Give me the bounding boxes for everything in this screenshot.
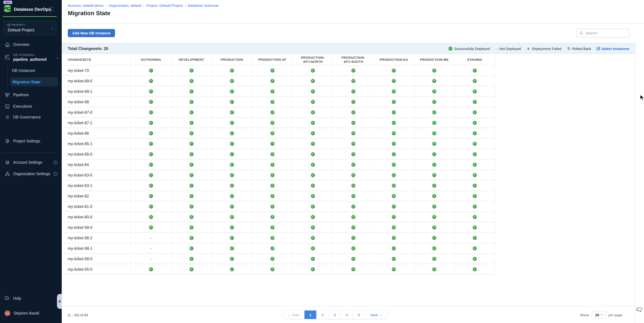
sidebar-item-db-governance[interactable]: DB Governance — [0, 112, 62, 122]
status-cell: ✓ — [252, 107, 292, 117]
pagination-page-2[interactable]: 2 — [316, 310, 329, 319]
pagination-page-5[interactable]: 5 — [353, 310, 365, 319]
legend-label: Successfully Deployed — [454, 46, 490, 51]
status-cell: ✓ — [414, 107, 454, 117]
status-cell: ✓ — [292, 97, 333, 107]
status-cell: ✓ — [212, 254, 252, 264]
status-cell: ✓ — [171, 139, 212, 149]
status-deployed-check-icon: ✓ — [189, 194, 193, 198]
column-header: PRODUCTION-ME — [414, 54, 454, 65]
sidebar-item-db-schemas[interactable]: DB SCHEMAS pipeline_authored › — [0, 51, 62, 64]
status-deployed-check-icon: ✓ — [473, 121, 477, 125]
status-cell: ✓ — [292, 118, 333, 128]
table-row: my-ticket-70✓✓✓✓✓✓✓✓✓ — [62, 66, 495, 76]
status-cell: ✓ — [333, 76, 374, 86]
breadcrumb-separator-icon: › — [105, 4, 106, 7]
sidebar-item-organization-settings[interactable]: Organization Settings i — [0, 169, 62, 179]
status-cell: ✓ — [171, 107, 212, 117]
select-instances-label: Select Instances — [601, 46, 629, 51]
status-cell: ✓ — [171, 118, 212, 128]
status-deployed-check-icon: ✓ — [311, 121, 315, 125]
status-deployed-check-icon: ✓ — [270, 267, 274, 271]
status-cell: ✓ — [292, 243, 333, 253]
add-new-db-instance-button[interactable]: Add New DB Instance — [68, 29, 115, 37]
pagination-page-4[interactable]: 4 — [341, 310, 353, 319]
legend-item: –Not Deployed — [496, 46, 521, 51]
pagination-next-button[interactable]: Next→ — [365, 310, 388, 319]
status-deployed-check-icon: ✓ — [473, 267, 477, 271]
status-cell: ✓ — [454, 66, 495, 75]
status-cell: ✓ — [252, 170, 292, 180]
sidebar-item-project-settings[interactable]: Project Settings — [0, 136, 62, 146]
status-cell: ✓ — [454, 181, 495, 190]
status-deployed-check-icon: ✓ — [311, 183, 315, 187]
sidebar-item-label: Organization Settings — [13, 172, 50, 176]
status-deployed-check-icon: ✓ — [392, 194, 396, 198]
status-deployed-check-icon: ✓ — [189, 246, 193, 250]
status-deployed-check-icon: ✓ — [230, 131, 234, 135]
breadcrumb-link[interactable]: Project: Default Project — [146, 3, 182, 8]
status-cell: ✓ — [414, 243, 454, 253]
user-menu[interactable]: SA Stephen Atwell — [0, 308, 62, 318]
page-size-select[interactable]: 20 ▾ — [592, 311, 606, 318]
status-deployed-check-icon: ✓ — [351, 68, 356, 72]
status-cell: ✓ — [374, 222, 414, 232]
breadcrumb-link[interactable]: Account: satwell-demo — [68, 3, 103, 8]
status-cell: ✓ — [292, 170, 333, 180]
status-cell: ✓ — [454, 118, 495, 128]
status-deployed-check-icon: ✓ — [149, 79, 153, 83]
project-label: PROJECT — [12, 24, 25, 26]
status-deployed-check-icon: ✓ — [351, 152, 356, 156]
sidebar-item-migration-state-active[interactable]: Migration State — [10, 77, 58, 86]
status-deployed-check-icon: ✓ — [392, 152, 396, 156]
breadcrumb-link[interactable]: Database Schemas — [188, 3, 219, 8]
status-cell: ✓ — [333, 243, 374, 253]
status-deployed-check-icon: ✓ — [432, 257, 436, 261]
project-selector[interactable]: PROJECT Default Project › — [3, 21, 56, 35]
sidebar-collapse-handle[interactable] — [57, 294, 62, 309]
sidebar-item-db-instances[interactable]: DB Instances — [12, 69, 35, 73]
status-deployed-check-icon: ✓ — [432, 215, 436, 219]
search-input[interactable] — [585, 31, 624, 36]
sidebar-item-overview[interactable]: Overview — [0, 40, 62, 50]
status-deployed-check-icon: ✓ — [149, 215, 153, 219]
sidebar-item-label: Pipelines — [13, 93, 29, 97]
pagination-page-1[interactable]: 1 — [304, 310, 316, 319]
sidebar-item-help[interactable]: ? Help — [0, 293, 62, 303]
status-cell: ✓ — [374, 170, 414, 180]
status-cell: ✓ — [374, 97, 414, 107]
column-header-label: PRODUCTION-APJ-SOUTH — [338, 56, 369, 64]
status-deployed-check-icon: ✓ — [230, 121, 234, 125]
status-deployed-check-icon: ✓ — [149, 267, 153, 271]
sidebar-item-account-settings[interactable]: Account Settings i — [0, 157, 62, 167]
pagination-range: (1 - 20) of 84 — [68, 313, 88, 317]
organization-settings-icon — [5, 171, 10, 176]
status-deployed-check-icon: ✓ — [432, 194, 436, 198]
sidebar-item-executions[interactable]: Executions — [0, 101, 62, 111]
changeset-name-cell: my-ticket-61-0 — [62, 201, 130, 211]
status-deployed-check-icon: ✓ — [189, 215, 193, 219]
app-switcher-grid-icon[interactable] — [49, 7, 54, 12]
status-cell: ✓ — [171, 170, 212, 180]
status-deployed-check-icon: ✓ — [230, 89, 234, 93]
status-cell: ✓ — [454, 201, 495, 211]
status-cell: ✓ — [130, 160, 171, 169]
status-deployed-check-icon: ✓ — [189, 110, 193, 114]
pagination-prev-button[interactable]: ←Prev — [283, 310, 304, 319]
feedback-chat-icon[interactable] — [636, 307, 643, 314]
status-cell: ✓ — [130, 128, 171, 138]
breadcrumb-link[interactable]: Organization: default — [108, 3, 141, 8]
status-cell: ✓ — [212, 76, 252, 86]
status-cell: ✓ — [252, 212, 292, 222]
status-cell: ✓ — [333, 233, 374, 243]
pagination-page-3[interactable]: 3 — [329, 310, 341, 319]
status-cell: ✓ — [333, 149, 374, 159]
per-page-label: per page — [608, 313, 622, 317]
settings-gear-icon — [5, 139, 10, 144]
select-instances-button[interactable]: Select Instances — [597, 46, 629, 51]
breadcrumb: Account: satwell-demo›Organization: defa… — [68, 3, 219, 8]
changeset-name-cell: my-ticket-69-0 — [62, 76, 130, 86]
status-cell: ✓ — [252, 222, 292, 232]
status-deployed-check-icon: ✓ — [189, 163, 193, 167]
sidebar-item-pipelines[interactable]: Pipelines — [0, 90, 62, 100]
